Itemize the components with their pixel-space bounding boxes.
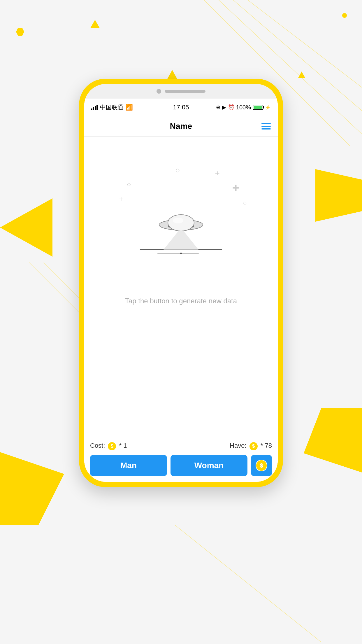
- cost-label: Cost:: [90, 442, 105, 449]
- coin-button[interactable]: $: [251, 455, 272, 476]
- battery-percent: 100%: [236, 104, 251, 111]
- have-label: Have:: [230, 442, 246, 449]
- phone-frame: 中国联通 📶 17:05 ⊕ ▶ ⏰ 100% ⚡ Name: [79, 79, 283, 487]
- camera-icon: [157, 89, 161, 94]
- menu-icon-line1: [261, 123, 271, 124]
- have-display: Have: $ * 78: [230, 442, 272, 450]
- cost-coin-icon: $: [108, 442, 116, 450]
- decor-plus-3: +: [119, 195, 123, 203]
- decor-circle-1: ○: [175, 166, 180, 175]
- alarm-icon: ⏰: [228, 104, 234, 111]
- location-icon: ⊕: [216, 104, 220, 111]
- content-area: ○ + ○ ✚ + ○: [84, 136, 278, 437]
- carrier-label: 中国联通: [100, 104, 123, 111]
- ufo-illustration: ○ + ○ ✚ + ○: [84, 154, 278, 288]
- status-time: 17:05: [173, 104, 189, 111]
- signal-icon: [91, 104, 98, 110]
- man-button[interactable]: Man: [90, 455, 167, 476]
- phone-notch: [84, 84, 278, 99]
- cost-row: Cost: $ * 1 Have: $ * 78: [90, 442, 272, 450]
- decor-plus-1: +: [215, 169, 219, 178]
- lightning-icon: ⚡: [265, 105, 271, 110]
- have-amount: * 78: [261, 442, 272, 449]
- have-coin-icon: $: [249, 442, 258, 450]
- svg-point-18: [173, 218, 183, 223]
- svg-line-6: [175, 525, 321, 642]
- bottom-bar: Cost: $ * 1 Have: $ * 78 Man Woman $: [84, 437, 278, 482]
- page-title: Name: [170, 122, 192, 131]
- speaker: [165, 90, 205, 93]
- nav-bar: Name: [84, 116, 278, 136]
- gps-icon: ▶: [222, 104, 226, 111]
- coin-icon: $: [256, 460, 267, 471]
- cost-amount: * 1: [119, 442, 127, 449]
- status-bar: 中国联通 📶 17:05 ⊕ ▶ ⏰ 100% ⚡: [84, 99, 278, 116]
- decor-plus-2: ✚: [232, 183, 239, 193]
- wifi-icon: 📶: [126, 104, 133, 111]
- decor-circle-2: ○: [127, 180, 131, 188]
- svg-line-3: [248, 0, 362, 88]
- cost-display: Cost: $ * 1: [90, 442, 127, 450]
- menu-icon-line2: [261, 126, 271, 127]
- woman-button[interactable]: Woman: [171, 455, 247, 476]
- decor-circle-3: ○: [243, 199, 247, 207]
- menu-icon-line3: [261, 128, 271, 130]
- battery-icon: [253, 105, 263, 110]
- svg-point-9: [180, 253, 182, 254]
- empty-state-text: Tap the button to generate new data: [113, 297, 249, 305]
- action-buttons: Man Woman $: [90, 455, 272, 476]
- menu-button[interactable]: [261, 123, 271, 130]
